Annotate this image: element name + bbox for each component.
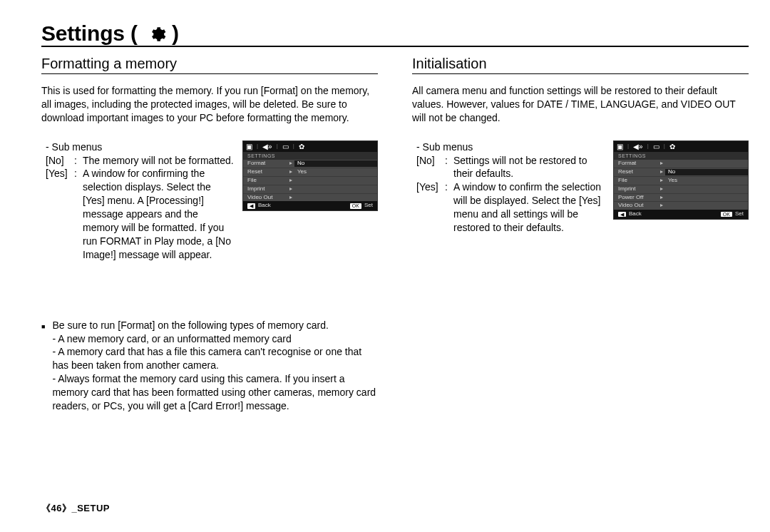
ok-button[interactable]: OK (350, 203, 361, 209)
chevron-right-icon: ▸ (287, 169, 294, 175)
menu-row[interactable]: Format▸ (614, 160, 748, 168)
chevron-right-icon: ▸ (658, 160, 665, 167)
menu-row-label: Power Off (618, 195, 658, 201)
menu-title: SETTINGS (243, 152, 377, 160)
page-footer: 《46》_SETUP (41, 502, 110, 515)
submenus-label-right: - Sub menus (416, 140, 606, 154)
heading-formatting: Formatting a memory (41, 56, 378, 74)
set-label: Set (364, 203, 373, 209)
bullet-icon: ■ (41, 322, 45, 413)
menu-row-value: Yes (665, 178, 748, 184)
chevron-right-icon: ▸ (287, 195, 294, 201)
left-column: Formatting a memory This is used for for… (41, 56, 378, 413)
display-icon: ▭ (282, 143, 289, 150)
menu-row-value: No (665, 169, 748, 175)
display-icon: ▭ (653, 143, 659, 150)
submenu-row: [Yes]:A window to confirm the selection … (416, 180, 606, 235)
chevron-right-icon: ▸ (658, 203, 665, 209)
chevron-right-icon: ▸ (287, 160, 294, 167)
menu-screenshot-reset: ▣| ◀»| ▭| ✿ SETTINGS Format▸Reset▸NoFile… (613, 140, 749, 220)
menu-screenshot-format: ▣| ◀»| ▭| ✿ SETTINGS Format▸NoReset▸YesF… (242, 140, 378, 211)
note-lead: Be sure to run [Format] on the following… (52, 319, 378, 332)
menu-row-label: Reset (618, 169, 658, 175)
submenu-option-label: [Yes] (416, 180, 441, 194)
chevron-right-icon: ▸ (287, 186, 294, 193)
menu-row[interactable]: File▸ (243, 177, 377, 185)
submenu-option-desc: Settings will not be restored to their d… (453, 154, 606, 181)
gear-icon (148, 21, 172, 45)
menu-row[interactable]: Imprint▸ (614, 185, 748, 194)
menu-row[interactable]: Reset▸No (614, 168, 748, 177)
note-item: - Always format the memory card using th… (52, 372, 378, 413)
chevron-right-icon: ▸ (658, 169, 665, 175)
back-button[interactable]: ◀ (247, 203, 255, 209)
menu-row[interactable]: File▸Yes (614, 177, 748, 185)
intro-initialisation: All camera menu and function settings wi… (412, 84, 749, 125)
chevron-right-icon: ▸ (658, 186, 665, 193)
menu-row[interactable]: Video Out▸ (614, 202, 748, 210)
page-title: Settings ( ) (41, 21, 179, 46)
page-title-text: Settings ( (41, 21, 138, 45)
submenu-option-label: [No] (46, 154, 70, 168)
menu-row[interactable]: Format▸No (243, 160, 377, 168)
submenu-option-desc: A window for confirming the selection di… (83, 167, 235, 261)
menu-row[interactable]: Video Out▸ (243, 194, 377, 202)
heading-initialisation: Initialisation (412, 56, 749, 74)
right-column: Initialisation All camera menu and funct… (412, 56, 749, 413)
intro-formatting: This is used for formatting the memory. … (41, 84, 378, 125)
menu-row-value: Yes (294, 169, 377, 175)
menu-row-label: Format (247, 160, 287, 167)
submenus-label-left: - Sub menus (46, 140, 235, 154)
submenu-option-label: [Yes] (46, 167, 70, 180)
footer-section: SETUP (77, 503, 110, 513)
menu-row[interactable]: Reset▸Yes (243, 168, 377, 177)
menu-row-label: Video Out (618, 203, 658, 209)
set-label: Set (735, 211, 744, 218)
sound-icon: ◀» (262, 143, 272, 150)
page-number: 46 (51, 503, 62, 513)
ok-button[interactable]: OK (721, 212, 732, 218)
back-label: Back (629, 211, 642, 218)
submenu-option-desc: The memory will not be formatted. (83, 154, 235, 168)
back-button[interactable]: ◀ (618, 212, 626, 218)
note-item: - A new memory card, or an unformatted m… (52, 332, 378, 346)
back-label: Back (258, 203, 271, 209)
submenu-row: [Yes]:A window for confirming the select… (46, 167, 235, 261)
menu-row[interactable]: Power Off▸ (614, 194, 748, 203)
submenu-option-desc: A window to confirm the selection will b… (453, 180, 606, 235)
chevron-right-icon: ▸ (658, 178, 665, 184)
note-block: ■ Be sure to run [Format] on the followi… (41, 319, 378, 413)
settings-tab-icon: ✿ (299, 143, 304, 150)
chevron-right-icon: ▸ (287, 178, 294, 184)
menu-row-label: Format (618, 160, 658, 167)
page-title-close: ) (172, 21, 179, 45)
menu-row-value: No (294, 160, 377, 167)
submenu-option-label: [No] (416, 154, 441, 168)
submenu-row: [No]:Settings will not be restored to th… (416, 154, 606, 181)
menu-row[interactable]: Imprint▸ (243, 185, 377, 194)
sound-icon: ◀» (633, 143, 643, 150)
menu-row-label: File (247, 178, 287, 184)
submenu-row: [No]:The memory will not be formatted. (46, 154, 235, 168)
menu-row-label: Imprint (618, 186, 658, 193)
menu-row-label: Video Out (247, 195, 287, 201)
page-title-row: Settings ( ) (41, 21, 749, 47)
chevron-right-icon: ▸ (658, 195, 665, 201)
menu-row-label: Imprint (247, 186, 287, 193)
menu-title: SETTINGS (614, 152, 748, 160)
menu-row-label: File (618, 178, 658, 184)
note-item: - A memory card that has a file this cam… (52, 345, 378, 372)
settings-tab-icon: ✿ (669, 143, 675, 150)
menu-row-label: Reset (247, 169, 287, 175)
camera-icon: ▣ (617, 143, 623, 150)
camera-icon: ▣ (246, 143, 252, 150)
